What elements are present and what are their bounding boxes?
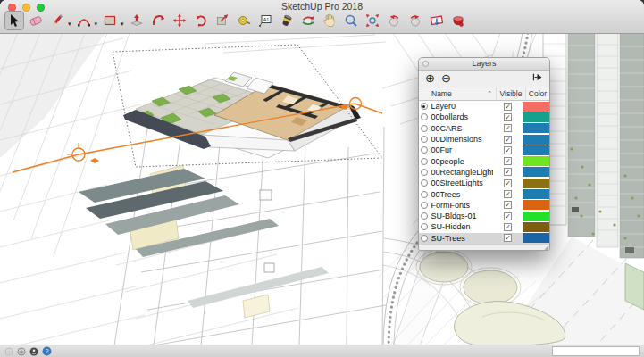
tool-rotate[interactable] <box>191 11 211 30</box>
panel-close-icon[interactable] <box>422 61 429 67</box>
credit-icon[interactable] <box>17 347 26 356</box>
help-icon[interactable]: ? <box>42 346 52 356</box>
tool-pushpull[interactable] <box>127 11 146 30</box>
layer-radio[interactable] <box>421 212 428 220</box>
tool-followme[interactable] <box>148 11 168 30</box>
layer-radio[interactable] <box>421 223 428 230</box>
layer-color-swatch[interactable] <box>523 222 549 232</box>
layer-color-swatch[interactable] <box>523 112 549 122</box>
layer-color-swatch[interactable] <box>523 212 549 221</box>
layer-row[interactable]: 00Fur ✓ <box>419 145 549 155</box>
layer-radio[interactable] <box>421 146 428 154</box>
tool-text[interactable]: A1 <box>255 11 275 30</box>
layer-color-swatch[interactable] <box>523 123 549 133</box>
tool-pan[interactable] <box>320 11 339 30</box>
layer-visible-checkbox[interactable]: ✓ <box>504 223 512 231</box>
tool-orbit[interactable] <box>298 11 318 30</box>
layer-radio[interactable] <box>421 158 428 165</box>
layer-visible-checkbox[interactable]: ✓ <box>504 212 512 220</box>
layer-visible-checkbox[interactable]: ✓ <box>504 201 512 209</box>
layer-color-swatch[interactable] <box>523 135 549 145</box>
tool-previous-view[interactable] <box>384 11 404 30</box>
layer-visible-checkbox[interactable]: ✓ <box>504 234 512 242</box>
zoom-extents-icon <box>365 13 380 28</box>
layer-color-swatch[interactable] <box>523 189 549 199</box>
layer-visible-checkbox[interactable]: ✓ <box>504 124 512 132</box>
layers-panel-footer: ◢ <box>419 244 549 250</box>
tool-section-cut[interactable] <box>448 11 468 30</box>
geolocation-icon[interactable] <box>4 347 13 356</box>
tool-arc[interactable] <box>74 11 94 30</box>
layer-visible-checkbox[interactable]: ✓ <box>504 113 512 121</box>
layer-radio[interactable] <box>421 113 428 120</box>
layer-visible-checkbox[interactable]: ✓ <box>504 146 512 154</box>
layer-name: Layer0 <box>430 102 494 111</box>
layer-row[interactable]: 00Dimensions ✓ <box>419 134 549 145</box>
layer-radio[interactable] <box>421 235 428 242</box>
layer-radio[interactable] <box>421 125 428 132</box>
tool-select[interactable] <box>4 11 24 30</box>
layer-visible-checkbox[interactable]: ✓ <box>504 103 512 111</box>
layer-row[interactable]: 00CARS ✓ <box>419 123 549 134</box>
tool-next-view[interactable] <box>406 11 425 30</box>
section-cut-icon <box>451 13 465 28</box>
shapes-dropdown-caret[interactable]: ▾ <box>121 21 124 28</box>
line-dropdown-caret[interactable]: ▾ <box>68 21 71 28</box>
layer-radio[interactable] <box>421 202 428 209</box>
remove-layer-button[interactable]: ⊖ <box>441 72 451 85</box>
layer-color-swatch[interactable] <box>523 102 549 112</box>
paint-bucket-icon <box>280 13 294 28</box>
layer-radio[interactable] <box>421 191 428 198</box>
layer-color-swatch[interactable] <box>523 178 549 188</box>
layer-row[interactable]: 00Trees ✓ <box>419 188 549 199</box>
tool-shapes[interactable] <box>100 11 120 30</box>
measurements-input[interactable] <box>552 346 640 356</box>
layer-name: SU-Hidden <box>430 222 494 231</box>
column-header-name[interactable]: Name ⌃ <box>430 89 496 98</box>
tool-eraser[interactable] <box>26 11 46 30</box>
tool-offset[interactable] <box>213 11 232 30</box>
layer-visible-checkbox[interactable]: ✓ <box>504 179 512 187</box>
resize-grip-icon[interactable]: ◢ <box>544 245 548 250</box>
layer-name: SU-Trees <box>430 234 494 243</box>
layer-row[interactable]: FormFonts ✓ <box>419 200 549 211</box>
layer-row[interactable]: 00bollards ✓ <box>419 112 549 122</box>
layer-radio[interactable] <box>421 169 428 176</box>
tool-tape-measure[interactable] <box>234 11 254 30</box>
layer-color-swatch[interactable] <box>523 145 549 155</box>
layer-row[interactable]: 00people ✓ <box>419 155 549 166</box>
user-icon[interactable] <box>29 347 38 356</box>
layer-color-swatch[interactable] <box>523 200 549 210</box>
panel-detail-arrow-icon[interactable] <box>531 71 543 86</box>
tool-zoom-extents[interactable] <box>363 11 382 30</box>
layer-visible-checkbox[interactable]: ✓ <box>504 168 512 176</box>
column-header-visible[interactable]: Visible <box>496 87 526 100</box>
layer-radio[interactable] <box>421 136 428 143</box>
layer-radio[interactable] <box>421 103 428 110</box>
layer-row[interactable]: SU-Trees ✓ <box>419 233 549 244</box>
layer-row[interactable]: SU-Bldgs-01 ✓ <box>419 211 549 221</box>
add-layer-button[interactable]: ⊕ <box>425 72 435 85</box>
layer-color-swatch[interactable] <box>523 156 549 166</box>
layer-row[interactable]: SU-Hidden ✓ <box>419 221 549 232</box>
layer-visible-checkbox[interactable]: ✓ <box>504 136 512 144</box>
layer-row[interactable]: 00StreetLights ✓ <box>419 178 549 188</box>
tool-move[interactable] <box>170 11 189 30</box>
arc-dropdown-caret[interactable]: ▾ <box>95 21 98 28</box>
layer-visible-checkbox[interactable]: ✓ <box>504 157 512 165</box>
tool-line[interactable] <box>47 11 67 30</box>
column-header-color[interactable]: Color <box>526 89 549 98</box>
tool-section-plane[interactable] <box>427 11 447 30</box>
layer-visible-checkbox[interactable]: ✓ <box>504 190 512 198</box>
layer-row[interactable]: 00RectangleLights ✓ <box>419 167 549 178</box>
layer-row[interactable]: Layer0 ✓ <box>419 101 549 112</box>
layer-name: 00Fur <box>430 145 494 154</box>
layer-color-swatch[interactable] <box>523 167 549 177</box>
line-pencil-icon <box>50 13 64 28</box>
layer-color-swatch[interactable] <box>523 233 549 243</box>
layers-panel-titlebar[interactable]: Layers <box>419 58 549 71</box>
tool-zoom[interactable] <box>341 11 361 30</box>
layer-radio[interactable] <box>421 179 428 187</box>
tool-paint-bucket[interactable] <box>277 11 297 30</box>
floor-plan-model[interactable] <box>123 72 361 158</box>
